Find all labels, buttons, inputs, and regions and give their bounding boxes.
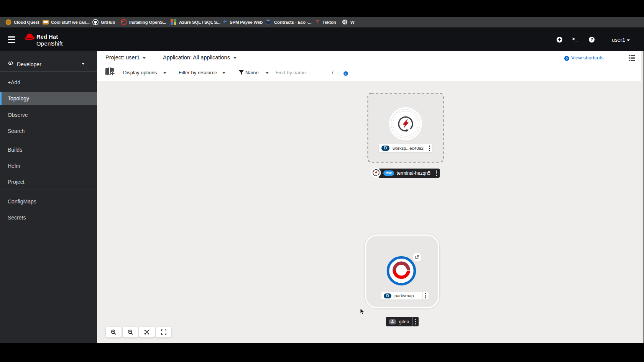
svg-text:?: ? <box>566 56 568 61</box>
svg-text:?: ? <box>590 37 593 42</box>
